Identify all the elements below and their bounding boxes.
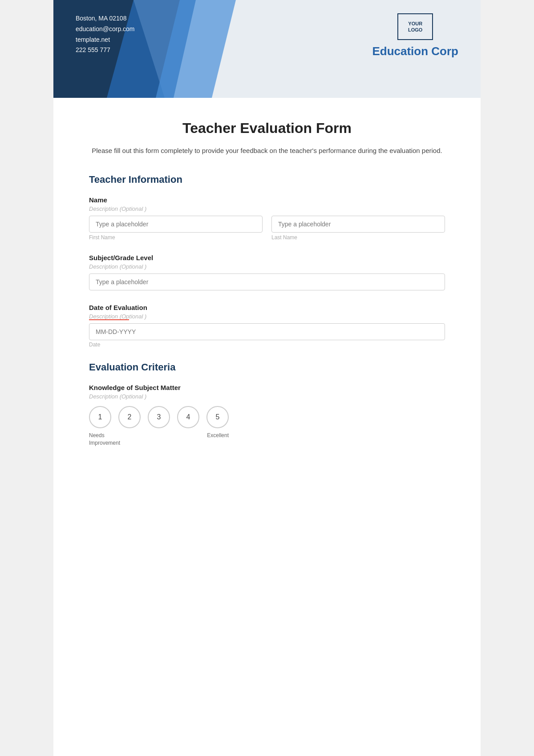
rating-circles-knowledge: 1 2 3 4 5 xyxy=(89,406,445,428)
date-sublabel: Date xyxy=(89,342,100,348)
header-brand: YOURLOGO Education Corp xyxy=(372,0,481,58)
last-name-sublabel: Last Name xyxy=(271,234,445,241)
form-description: Please fill out this form completely to … xyxy=(89,145,445,156)
field-group-date: Date of Evaluation Description (Optional… xyxy=(89,304,445,348)
rating-label-low: NeedsImprovement xyxy=(89,432,120,447)
company-name: Education Corp xyxy=(372,44,458,58)
field-group-name: Name Description (Optional ) First Name … xyxy=(89,196,445,241)
field-group-knowledge: Knowledge of Subject Matter Description … xyxy=(89,384,445,447)
rating-labels: NeedsImprovement Excellent xyxy=(89,432,229,447)
rating-3[interactable]: 3 xyxy=(148,406,170,428)
field-label-name: Name xyxy=(89,196,445,204)
field-desc-name: Description (Optional ) xyxy=(89,205,445,212)
subject-grade-input[interactable] xyxy=(89,273,445,290)
field-desc-date: Description (Optional ) xyxy=(89,313,445,320)
first-name-input[interactable] xyxy=(89,216,263,233)
address-line4: 222 555 777 xyxy=(76,45,135,56)
page-header: Boston, MA 02108 education@corp.com temp… xyxy=(53,0,481,98)
last-name-wrapper: Last Name xyxy=(271,216,445,241)
rating-1[interactable]: 1 xyxy=(89,406,111,428)
field-label-subject: Subject/Grade Level xyxy=(89,254,445,261)
last-name-input[interactable] xyxy=(271,216,445,233)
address-line1: Boston, MA 02108 xyxy=(76,13,135,24)
date-input[interactable] xyxy=(89,323,445,340)
logo-box: YOURLOGO xyxy=(397,13,433,40)
field-group-subject: Subject/Grade Level Description (Optiona… xyxy=(89,254,445,290)
rating-4[interactable]: 4 xyxy=(177,406,199,428)
rating-label-high: Excellent xyxy=(207,432,229,447)
first-name-sublabel: First Name xyxy=(89,234,263,241)
rating-5[interactable]: 5 xyxy=(206,406,229,428)
rating-2[interactable]: 2 xyxy=(118,406,141,428)
section-evaluation-criteria: Evaluation Criteria xyxy=(89,362,445,373)
field-desc-subject: Description (Optional ) xyxy=(89,263,445,270)
form-content: Teacher Evaluation Form Please fill out … xyxy=(53,98,481,487)
name-input-row: First Name Last Name xyxy=(89,216,445,241)
form-title: Teacher Evaluation Form xyxy=(89,120,445,137)
section-teacher-info: Teacher Information xyxy=(89,174,445,185)
field-desc-knowledge: Description (Optional ) xyxy=(89,393,445,400)
header-contact: Boston, MA 02108 education@corp.com temp… xyxy=(53,0,135,56)
field-label-date: Date of Evaluation xyxy=(89,304,445,311)
address-line3: template.net xyxy=(76,35,135,45)
first-name-wrapper: First Name xyxy=(89,216,263,241)
field-label-knowledge: Knowledge of Subject Matter xyxy=(89,384,445,391)
address-line2: education@corp.com xyxy=(76,24,135,35)
